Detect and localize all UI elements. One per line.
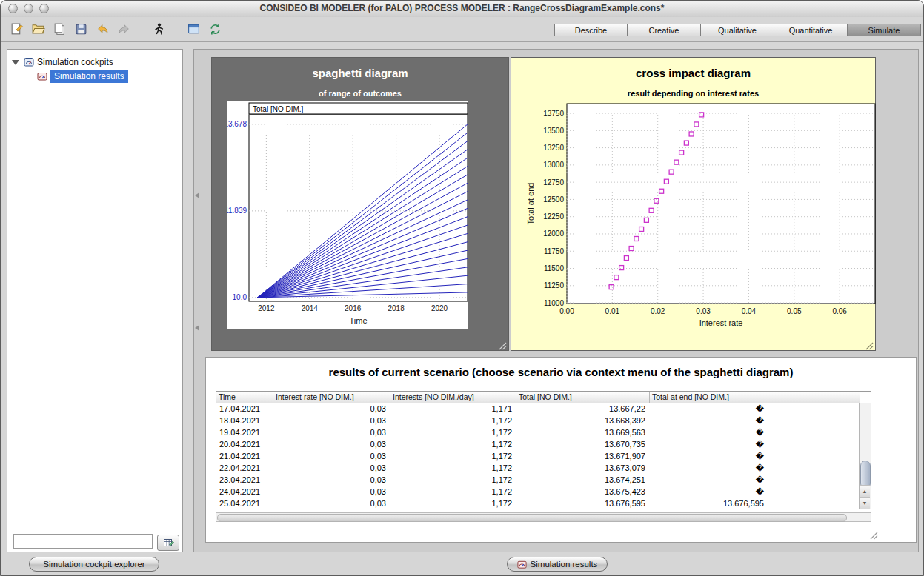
table-edit-icon [163, 538, 174, 549]
vertical-scrollbar[interactable]: ▲ ▼ [859, 403, 871, 509]
table-cell: 21.04.2021 [216, 451, 273, 463]
table-row[interactable]: 19.04.20210,031,17213.669,563� [216, 427, 860, 439]
save-button[interactable] [71, 19, 90, 38]
copy-button[interactable] [50, 19, 69, 38]
table-cell: 1,172 [390, 451, 516, 463]
mode-tabs: DescribeCreativeQualitativeQuantitativeS… [554, 24, 921, 36]
table-cell: 0,03 [273, 415, 390, 427]
scroll-down-button[interactable]: ▼ [860, 497, 870, 509]
svg-text:0.06: 0.06 [832, 307, 847, 315]
column-header-total-no-dim-[interactable]: Total [NO DIM.] [516, 392, 650, 403]
zoom-button[interactable] [39, 4, 49, 13]
column-header-interests-no-dim-day-[interactable]: Interests [NO DIM./day] [390, 392, 516, 403]
column-header-spacer[interactable] [768, 392, 860, 403]
new-model-button[interactable] [7, 19, 26, 38]
svg-text:10.0: 10.0 [233, 293, 247, 301]
results-icon [37, 71, 47, 81]
tab-simulate[interactable]: Simulate [848, 24, 921, 36]
svg-text:13.678: 13.678 [227, 120, 247, 128]
cross-impact-chart[interactable]: 0.000.010.020.030.040.050.06110001125011… [511, 101, 877, 352]
svg-text:11000: 11000 [544, 299, 565, 307]
open-icon [31, 22, 45, 36]
svg-text:11250: 11250 [544, 281, 565, 289]
table-cell: � [650, 427, 768, 439]
app-window: CONSIDEO BI MODELER (for PALO) PROCESS M… [0, 0, 924, 576]
spaghetti-diagram-panel: spaghetti diagram of range of outcomes T… [211, 57, 509, 351]
table-row[interactable]: 18.04.20210,031,17213.668,392� [216, 415, 860, 427]
tab-quantitative[interactable]: Quantitative [774, 24, 848, 36]
table-row[interactable]: 25.04.20210,031,17213.676,59513.676,595 [216, 498, 860, 510]
scroll-up-button[interactable]: ▲ [860, 485, 870, 497]
table-cell: 1,172 [390, 427, 516, 439]
table-cell: 13.671,907 [516, 451, 650, 463]
refresh-button[interactable] [205, 19, 225, 38]
results-icon [517, 560, 527, 569]
new-model-icon [10, 22, 24, 36]
scrollbar-thumb[interactable] [217, 514, 847, 522]
undo-button[interactable] [93, 19, 112, 38]
open-button[interactable] [28, 19, 47, 38]
close-button[interactable] [8, 4, 18, 13]
redo-button[interactable] [114, 19, 133, 38]
table-cell: 25.04.2021 [216, 498, 273, 510]
table-cell: � [650, 475, 768, 486]
filter-input[interactable] [13, 534, 153, 549]
save-icon [74, 22, 88, 36]
svg-text:Total at end: Total at end [526, 183, 535, 225]
svg-text:11.839: 11.839 [227, 207, 247, 215]
table-cell [768, 498, 860, 510]
minimize-button[interactable] [24, 4, 33, 13]
table-row[interactable]: 20.04.20210,031,17213.670,735� [216, 439, 860, 451]
table-cell: 1,172 [390, 463, 516, 475]
spaghetti-chart[interactable]: Total [NO DIM.]2012201420162018202013.67… [227, 101, 468, 329]
table-cell: 0,03 [273, 427, 390, 439]
simulation-results-button[interactable]: Simulation results [507, 557, 608, 572]
table-cell: 0,03 [273, 403, 390, 415]
apply-filter-button[interactable] [157, 535, 179, 551]
table-cell [768, 451, 860, 463]
table-cell: 0,03 [273, 486, 390, 498]
explorer-button-label: Simulation cockpit explorer [43, 560, 144, 569]
sidebar-item-simulation-cockpits[interactable]: Simulation cockpits [12, 56, 113, 69]
cockpit-window-button[interactable] [184, 19, 203, 38]
horizontal-scrollbar[interactable] [216, 512, 871, 522]
splitter-collapse-icon[interactable] [195, 325, 199, 331]
table-row[interactable]: 17.04.20210,031,17113.667,22� [216, 403, 860, 415]
table-cell [768, 486, 860, 498]
simulation-cockpit-explorer-button[interactable]: Simulation cockpit explorer [29, 557, 159, 572]
chart-subtitle: of range of outcomes [212, 89, 508, 98]
table-row[interactable]: 24.04.20210,031,17213.675,423� [216, 486, 860, 498]
svg-text:Interest rate: Interest rate [699, 318, 743, 327]
svg-text:13000: 13000 [543, 161, 564, 169]
results-table: TimeInterest rate [NO DIM.]Interests [NO… [216, 391, 871, 509]
table-row[interactable]: 22.04.20210,031,17213.673,079� [216, 463, 860, 475]
table-cell: 24.04.2021 [216, 486, 273, 498]
table-cell: 0,03 [273, 463, 390, 475]
disclosure-triangle-icon[interactable] [12, 60, 19, 65]
tab-qualitative[interactable]: Qualitative [701, 24, 774, 36]
svg-text:0.03: 0.03 [696, 307, 711, 315]
table-row[interactable]: 23.04.20210,031,17213.674,251� [216, 475, 860, 486]
tab-creative[interactable]: Creative [628, 24, 701, 36]
sidebar-item-simulation-results[interactable]: Simulation results [37, 70, 128, 83]
resize-grip-icon[interactable] [498, 340, 507, 349]
column-header-interest-rate-no-dim-[interactable]: Interest rate [NO DIM.] [273, 392, 390, 403]
run-simulation-button[interactable] [149, 19, 168, 38]
table-row[interactable]: 21.04.20210,031,17213.671,907� [216, 451, 860, 463]
svg-text:2014: 2014 [302, 304, 319, 312]
cockpit-icon [24, 57, 34, 67]
tab-describe[interactable]: Describe [554, 24, 628, 36]
svg-text:Time: Time [349, 316, 367, 325]
toolbar-icons [7, 19, 227, 38]
resize-grip-icon[interactable] [865, 340, 874, 349]
redo-icon [117, 22, 131, 36]
spaghetti-chart-svg: Total [NO DIM.]2012201420162018202013.67… [227, 101, 468, 329]
table-cell: � [650, 415, 768, 427]
column-header-time[interactable]: Time [216, 392, 273, 403]
run-simulation-icon [152, 22, 166, 36]
resize-grip-icon[interactable] [869, 529, 878, 538]
column-header-total-at-end-no-dim-[interactable]: Total at end [NO DIM.] [650, 392, 768, 403]
title-bar[interactable]: CONSIDEO BI MODELER (for PALO) PROCESS M… [1, 1, 923, 18]
results-heading: results of current scenario (choose scen… [206, 366, 916, 378]
splitter-collapse-icon[interactable] [195, 192, 199, 198]
